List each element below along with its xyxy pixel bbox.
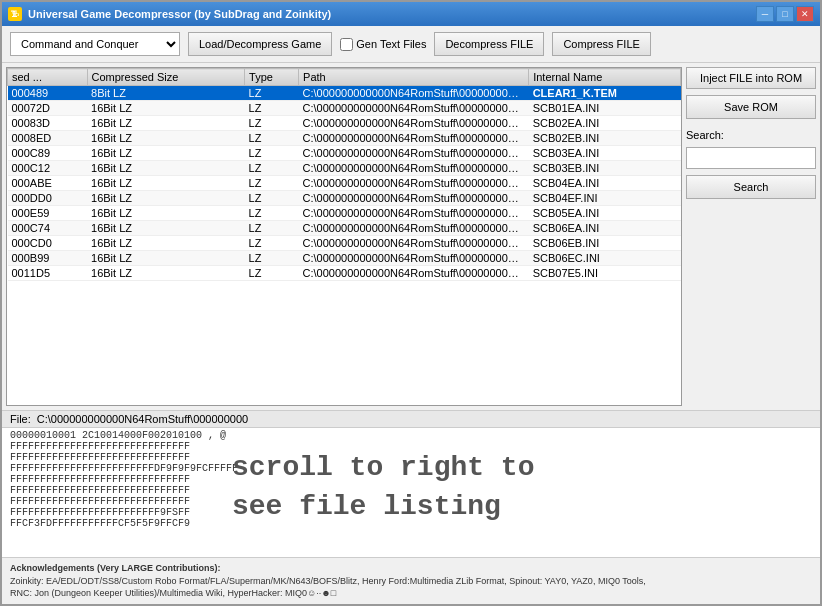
ack-area: Acknowledgements (Very LARGE Contributio… [2, 558, 820, 604]
hex-line: FFFFFFFFFFFFFFFFFFFFFFFFFFFFFF [10, 474, 812, 485]
file-label: File: [10, 413, 31, 425]
title-bar: 🗜 Universal Game Decompressor (by SubDra… [2, 2, 820, 26]
hex-line: FFFFFFFFFFFFFFFFFFFFFFFFFFFFFF [10, 452, 812, 463]
table-row[interactable]: 0011D516Bit LZLZC:\000000000000N64RomStu… [8, 266, 681, 281]
file-table: sed ... Compressed Size Type Path Intern… [7, 68, 681, 281]
table-row[interactable]: 000C8916Bit LZLZC:\000000000000N64RomStu… [8, 146, 681, 161]
left-panel: sed ... Compressed Size Type Path Intern… [6, 67, 682, 406]
table-row[interactable]: 0004898Bit LZLZC:\000000000000N64RomStuf… [8, 86, 681, 101]
inject-file-button[interactable]: Inject FILE into ROM [686, 67, 816, 89]
save-rom-button[interactable]: Save ROM [686, 95, 816, 119]
table-row[interactable]: 000DD016Bit LZLZC:\000000000000N64RomStu… [8, 191, 681, 206]
col-sed[interactable]: sed ... [8, 69, 88, 86]
decompress-file-button[interactable]: Decompress FILE [434, 32, 544, 56]
toolbar: Command and Conquer Super Mario 64Zelda … [2, 26, 820, 63]
hex-area: 00000010001 2C10014000F002010100 , @FFFF… [2, 428, 820, 558]
main-window: 🗜 Universal Game Decompressor (by SubDra… [0, 0, 822, 606]
title-controls: ─ □ ✕ [756, 6, 814, 22]
main-content: sed ... Compressed Size Type Path Intern… [2, 63, 820, 410]
app-icon: 🗜 [8, 7, 22, 21]
search-label: Search: [686, 129, 816, 141]
col-path[interactable]: Path [299, 69, 529, 86]
compress-file-button[interactable]: Compress FILE [552, 32, 650, 56]
hex-line: FFFFFFFFFFFFFFFFFFFFFFFFF9FSFF [10, 507, 812, 518]
close-button[interactable]: ✕ [796, 6, 814, 22]
hex-line: FFCF3FDFFFFFFFFFFFCF5F5F9FFCF9 [10, 518, 812, 529]
hex-line: FFFFFFFFFFFFFFFFFFFFFFFFDF9F9F9FCFFFFF [10, 463, 812, 474]
ack-text: Zoinkity: EA/EDL/ODT/SS8/Custom Robo For… [10, 575, 812, 600]
search-input[interactable] [686, 147, 816, 169]
hex-line: FFFFFFFFFFFFFFFFFFFFFFFFFFFFFF [10, 485, 812, 496]
table-row[interactable]: 000C7416Bit LZLZC:\000000000000N64RomStu… [8, 221, 681, 236]
gen-text-checkbox[interactable] [340, 38, 353, 51]
search-button[interactable]: Search [686, 175, 816, 199]
table-row[interactable]: 00083D16Bit LZLZC:\000000000000N64RomStu… [8, 116, 681, 131]
hex-line: FFFFFFFFFFFFFFFFFFFFFFFFFFFFFF [10, 496, 812, 507]
game-dropdown[interactable]: Command and Conquer Super Mario 64Zelda … [10, 32, 180, 56]
table-row[interactable]: 000ABE16Bit LZLZC:\000000000000N64RomStu… [8, 176, 681, 191]
table-row[interactable]: 00072D16Bit LZLZC:\000000000000N64RomStu… [8, 101, 681, 116]
window-title: Universal Game Decompressor (by SubDrag … [28, 8, 331, 20]
load-game-button[interactable]: Load/Decompress Game [188, 32, 332, 56]
minimize-button[interactable]: ─ [756, 6, 774, 22]
table-row[interactable]: 000E5916Bit LZLZC:\000000000000N64RomStu… [8, 206, 681, 221]
col-type[interactable]: Type [245, 69, 299, 86]
file-table-container[interactable]: sed ... Compressed Size Type Path Intern… [6, 67, 682, 406]
hex-line: FFFFFFFFFFFFFFFFFFFFFFFFFFFFFF [10, 441, 812, 452]
file-bar: File: C:\000000000000N64RomStuff\0000000… [2, 411, 820, 428]
table-row[interactable]: 0008ED16Bit LZLZC:\000000000000N64RomStu… [8, 131, 681, 146]
gen-text-label[interactable]: Gen Text Files [340, 38, 426, 51]
table-row[interactable]: 000CD016Bit LZLZC:\000000000000N64RomStu… [8, 236, 681, 251]
title-bar-left: 🗜 Universal Game Decompressor (by SubDra… [8, 7, 331, 21]
bottom-section: File: C:\000000000000N64RomStuff\0000000… [2, 410, 820, 604]
file-value: C:\000000000000N64RomStuff\000000000 [37, 413, 248, 425]
table-row[interactable]: 000B9916Bit LZLZC:\000000000000N64RomStu… [8, 251, 681, 266]
hex-lines: 00000010001 2C10014000F002010100 , @FFFF… [10, 430, 812, 529]
col-internal-name[interactable]: Internal Name [529, 69, 681, 86]
right-panel: Inject FILE into ROM Save ROM Search: Se… [686, 67, 816, 406]
table-row[interactable]: 000C1216Bit LZLZC:\000000000000N64RomStu… [8, 161, 681, 176]
col-compressed-size[interactable]: Compressed Size [87, 69, 245, 86]
hex-line: 00000010001 2C10014000F002010100 , @ [10, 430, 812, 441]
maximize-button[interactable]: □ [776, 6, 794, 22]
ack-header: Acknowledgements (Very LARGE Contributio… [10, 563, 221, 573]
